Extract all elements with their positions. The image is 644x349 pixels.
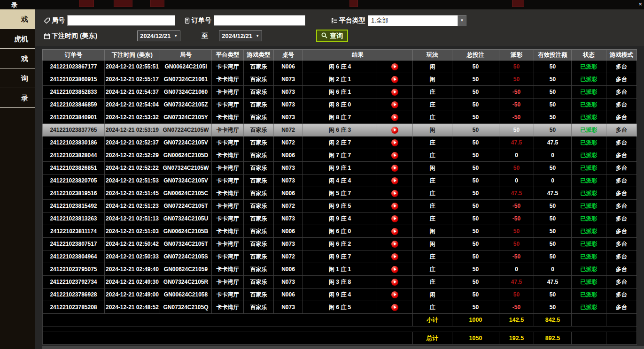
table-row[interactable]: 241221023830186 2024-12-21 02:52:37 GN07… <box>43 137 637 149</box>
cell-round-number: GN07324C21060 <box>160 86 212 99</box>
play-icon[interactable] <box>391 152 398 159</box>
cell-play-video[interactable] <box>377 263 413 276</box>
date-to-picker[interactable]: 2024/12/21 ▼ <box>219 30 262 41</box>
cell-play-video[interactable] <box>377 187 413 200</box>
cell-play-video[interactable] <box>377 238 413 250</box>
table-row[interactable]: 241221023811174 2024-12-21 02:51:03 GN00… <box>43 225 637 238</box>
cell-play-video[interactable] <box>377 276 413 288</box>
cell-play-method: 庄 <box>413 99 452 111</box>
horizontal-scrollbar[interactable] <box>42 346 644 349</box>
cell-result: 闲 6 庄 5 <box>303 301 377 314</box>
cell-status: 已派彩 <box>572 61 606 73</box>
cell-total-bet: 50 <box>452 174 499 187</box>
table-row[interactable]: 241221023867177 2024-12-21 02:55:51 GN00… <box>43 61 637 73</box>
table-row[interactable]: 241221023813263 2024-12-21 02:51:13 GN07… <box>43 212 637 225</box>
table-row[interactable]: 241221023785208 2024-12-21 02:48:52 GN07… <box>43 301 637 314</box>
cell-bet-time: 2024-12-21 02:50:42 <box>105 238 160 250</box>
cell-order-number: 241221023804964 <box>43 250 105 263</box>
table-row[interactable]: 241221023828044 2024-12-21 02:52:29 GN00… <box>43 149 637 162</box>
cell-play-video[interactable] <box>377 250 413 263</box>
sidebar-item[interactable]: 戏 <box>0 49 35 68</box>
table-row[interactable]: 241221023815492 2024-12-21 02:51:23 GN07… <box>43 200 637 212</box>
play-icon[interactable] <box>391 63 398 70</box>
cell-result: 闲 2 庄 7 <box>303 137 377 149</box>
play-icon[interactable] <box>391 266 398 273</box>
table-row[interactable]: 241221023804964 2024-12-21 02:50:33 GN07… <box>43 250 637 263</box>
sidebar-item[interactable]: 询 <box>0 68 35 88</box>
table-row[interactable]: 241221023786928 2024-12-21 02:49:00 GN00… <box>43 288 637 301</box>
cell-play-video[interactable] <box>377 162 413 174</box>
cell-round-number: GN07324C2105V <box>160 174 212 187</box>
play-icon[interactable] <box>391 165 398 172</box>
cell-play-video[interactable] <box>377 137 413 149</box>
sidebar-item[interactable]: 戏 <box>0 9 35 29</box>
cell-play-video[interactable] <box>377 73 413 86</box>
cell-order-number: 241221023813263 <box>43 212 105 225</box>
cell-table-number: N073 <box>274 86 303 99</box>
cell-play-video[interactable] <box>377 99 413 111</box>
cell-play-video[interactable] <box>377 174 413 187</box>
play-icon[interactable] <box>391 253 398 260</box>
cell-total-bet: 50 <box>452 238 499 250</box>
table-row[interactable]: 241221023807517 2024-12-21 02:50:42 GN07… <box>43 238 637 250</box>
document-icon <box>184 17 190 24</box>
cell-round-number: GN07324C2105Y <box>160 111 212 124</box>
table-row[interactable]: 241221023826851 2024-12-21 02:52:22 GN07… <box>43 162 637 174</box>
table-row[interactable]: 241221023820705 2024-12-21 02:51:53 GN07… <box>43 174 637 187</box>
cell-valid-bet: 47.5 <box>534 137 572 149</box>
cell-total-bet: 50 <box>452 162 499 174</box>
top-strip-fragment <box>150 0 164 7</box>
play-icon[interactable] <box>391 114 398 121</box>
cell-play-video[interactable] <box>377 212 413 225</box>
play-icon[interactable] <box>391 291 398 298</box>
table-row[interactable]: 241221023792734 2024-12-21 02:49:30 GN07… <box>43 276 637 288</box>
cell-play-video[interactable] <box>377 61 413 73</box>
sidebar-item[interactable]: 虎机 <box>0 29 35 49</box>
table-row[interactable]: 241221023840901 2024-12-21 02:53:32 GN07… <box>43 111 637 124</box>
cell-platform-type: 卡卡湾厅 <box>212 73 244 86</box>
cell-order-number: 241221023828044 <box>43 149 105 162</box>
cell-play-video[interactable] <box>377 111 413 124</box>
cell-play-video[interactable] <box>377 124 413 137</box>
order-input[interactable] <box>214 15 305 26</box>
play-icon[interactable] <box>391 139 398 146</box>
play-icon[interactable] <box>391 177 398 184</box>
table-row[interactable]: 241221023819516 2024-12-21 02:51:45 GN00… <box>43 187 637 200</box>
table-row[interactable]: 241221023846859 2024-12-21 02:54:04 GN07… <box>43 99 637 111</box>
play-icon[interactable] <box>391 89 398 96</box>
cell-result: 闲 4 庄 4 <box>303 174 377 187</box>
play-icon[interactable] <box>391 76 398 83</box>
sidebar-item[interactable]: 录 <box>0 88 35 108</box>
play-icon[interactable] <box>391 190 398 197</box>
play-icon[interactable] <box>391 228 398 235</box>
cell-play-method: 庄 <box>413 137 452 149</box>
cell-play-video[interactable] <box>377 200 413 212</box>
cell-play-video[interactable] <box>377 149 413 162</box>
platform-type-select[interactable]: 1.全部 ▼ <box>368 15 466 26</box>
search-button[interactable]: 查询 <box>316 30 348 42</box>
cell-total-bet: 50 <box>452 276 499 288</box>
play-icon[interactable] <box>391 203 398 210</box>
cell-play-video[interactable] <box>377 301 413 314</box>
cell-game-mode: 多台 <box>606 61 637 73</box>
play-icon[interactable] <box>391 279 398 286</box>
close-icon[interactable]: × <box>638 1 642 7</box>
play-icon[interactable] <box>391 215 398 222</box>
table-row[interactable]: 241221023860915 2024-12-21 02:55:17 GN07… <box>43 73 637 86</box>
cell-play-video[interactable] <box>377 288 413 301</box>
play-icon[interactable] <box>391 304 398 311</box>
date-from-picker[interactable]: 2024/12/21 ▼ <box>137 30 180 41</box>
cell-play-video[interactable] <box>377 86 413 99</box>
play-icon[interactable] <box>391 127 398 134</box>
round-input[interactable] <box>67 15 175 26</box>
play-icon[interactable] <box>391 101 398 108</box>
bet-time-label: 下注时间 (美东) <box>52 32 97 40</box>
cell-status: 已派彩 <box>572 200 606 212</box>
table-row[interactable]: 241221023852833 2024-12-21 02:54:37 GN07… <box>43 86 637 99</box>
cell-platform-type: 卡卡湾厅 <box>212 86 244 99</box>
table-row[interactable]: 241221023795075 2024-12-21 02:49:40 GN00… <box>43 263 637 276</box>
table-row[interactable]: 241221023837765 2024-12-21 02:53:19 GN07… <box>43 124 637 137</box>
cell-game-type: 百家乐 <box>244 99 274 111</box>
cell-play-video[interactable] <box>377 225 413 238</box>
play-icon[interactable] <box>391 241 398 248</box>
